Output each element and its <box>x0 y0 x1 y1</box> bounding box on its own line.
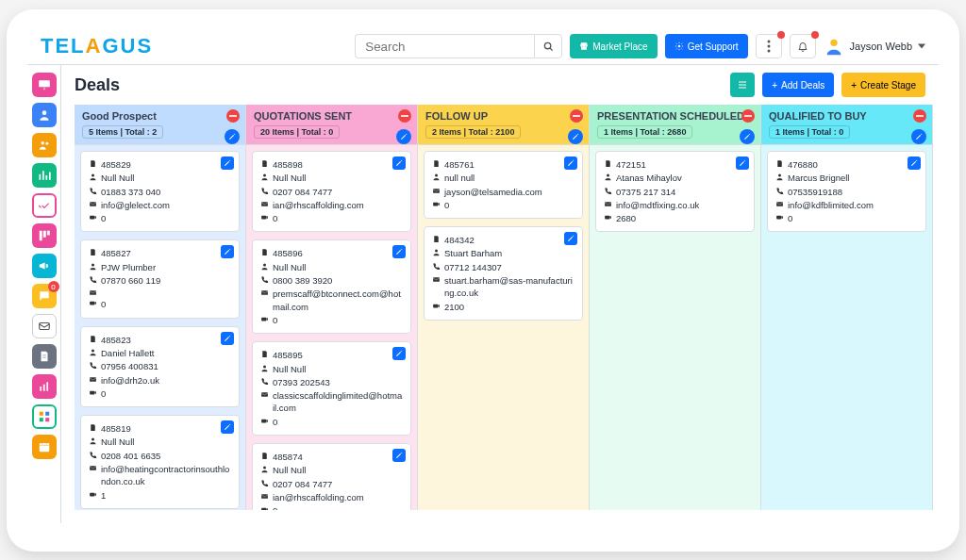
card-id: 484342 <box>444 234 475 246</box>
phone-icon <box>604 187 612 195</box>
edit-card-button[interactable] <box>221 156 234 170</box>
file-icon <box>260 350 269 358</box>
edit-card-button[interactable] <box>221 245 234 258</box>
sidebar-item-13[interactable] <box>32 435 57 459</box>
deal-card[interactable]: 485829Null Null01883 373 040info@glelect… <box>80 151 240 232</box>
delete-column-button[interactable] <box>226 109 240 123</box>
email-icon <box>89 288 97 297</box>
delete-column-button[interactable] <box>741 109 755 123</box>
search-button[interactable] <box>534 34 562 58</box>
create-stage-button[interactable]: +Create Stage <box>841 73 925 97</box>
sidebar-item-deals[interactable] <box>32 193 57 218</box>
card-id: 485819 <box>101 422 131 435</box>
column-title: Good Prospect <box>82 110 238 122</box>
sidebar-item-10[interactable] <box>32 344 57 369</box>
phone-icon <box>89 361 97 370</box>
card-value: 0 <box>101 387 106 400</box>
person-icon <box>260 364 269 372</box>
svg-point-2 <box>677 45 680 48</box>
delete-column-button[interactable] <box>570 109 583 123</box>
add-deals-button[interactable]: +Add Deals <box>762 73 834 97</box>
sidebar-item-7[interactable] <box>32 254 57 278</box>
users-icon <box>38 139 51 152</box>
market-place-button[interactable]: Market Place <box>570 34 657 58</box>
edit-card-button[interactable] <box>564 232 577 245</box>
deal-card[interactable]: 485898Null Null0207 084 7477ian@rhscaffo… <box>252 151 411 232</box>
email-icon <box>89 464 97 472</box>
edit-column-button[interactable] <box>225 129 240 144</box>
get-support-button[interactable]: Get Support <box>665 34 748 58</box>
deal-card[interactable]: 484342Stuart Barham07712 144307stuart.ba… <box>424 226 583 321</box>
edit-column-button[interactable] <box>396 129 411 144</box>
svg-rect-71 <box>776 216 781 220</box>
deal-card[interactable]: 485827PJW Plumber07870 660 1190 <box>80 239 240 318</box>
edit-column-button[interactable] <box>740 129 755 144</box>
sidebar-item-9[interactable] <box>32 314 57 338</box>
card-person: null null <box>444 172 475 184</box>
deal-card[interactable]: 485823Daniel Hallett07956 400831info@drh… <box>80 326 240 407</box>
edit-card-button[interactable] <box>392 245 406 258</box>
search-input[interactable] <box>355 34 534 58</box>
deal-card[interactable]: 485895Null Null07393 202543classicscaffo… <box>252 341 411 436</box>
deal-card[interactable]: 485874Null Null0207 084 7477ian@rhscaffo… <box>252 443 411 510</box>
edit-card-button[interactable] <box>392 449 406 462</box>
camera-icon <box>260 417 269 425</box>
deal-card[interactable]: 472151Atanas Mihaylov07375 217 314info@m… <box>595 151 755 232</box>
more-button[interactable] <box>756 34 782 58</box>
edit-card-button[interactable] <box>564 156 577 170</box>
card-email: info@drh2o.uk <box>101 374 159 387</box>
email-icon <box>89 375 97 384</box>
deal-card[interactable]: 476880Marcus Brignell07535919188info@kdf… <box>767 151 926 232</box>
user-menu[interactable]: Jayson Webb <box>824 36 925 57</box>
sidebar-item-2[interactable] <box>32 103 57 127</box>
svg-rect-19 <box>45 412 49 416</box>
sidebar-item-1[interactable] <box>32 73 57 97</box>
file-icon <box>604 159 612 168</box>
card-phone: 0800 389 3920 <box>273 274 332 287</box>
svg-rect-66 <box>605 202 611 206</box>
notifications-button[interactable] <box>790 34 816 58</box>
edit-card-button[interactable] <box>221 332 234 345</box>
card-person: Null Null <box>101 436 134 448</box>
column-head: FOLLOW UP 2 Items | Total : 2100 <box>418 105 589 145</box>
person-icon <box>89 262 97 271</box>
sidebar-item-3[interactable] <box>32 133 57 157</box>
edit-card-button[interactable] <box>392 347 406 360</box>
edit-card-button[interactable] <box>392 156 406 170</box>
page-title: Deals <box>75 75 120 95</box>
deal-card[interactable]: 485761null nulljayson@telsamedia.com0 <box>424 151 583 219</box>
plus-icon: + <box>772 80 777 91</box>
delete-column-button[interactable] <box>398 109 411 123</box>
edit-column-button[interactable] <box>568 129 583 144</box>
card-phone: 07393 202543 <box>273 376 330 388</box>
svg-rect-70 <box>776 202 783 206</box>
svg-rect-18 <box>39 412 42 416</box>
delete-column-button[interactable] <box>913 109 926 123</box>
sidebar-item-8[interactable]: 0 <box>32 284 57 308</box>
edit-card-button[interactable] <box>736 156 749 170</box>
person-icon <box>775 173 784 181</box>
card-id: 485761 <box>444 158 475 171</box>
edit-card-button[interactable] <box>221 420 234 434</box>
svg-rect-44 <box>261 291 268 296</box>
svg-point-8 <box>42 110 46 115</box>
sidebar-item-4[interactable] <box>32 163 57 188</box>
sidebar-item-11[interactable] <box>32 374 57 399</box>
camera-icon <box>260 505 269 510</box>
svg-rect-63 <box>433 304 438 307</box>
card-person: Null Null <box>273 172 306 184</box>
deal-card[interactable]: 485896Null Null0800 389 3920premscaff@bt… <box>252 239 411 334</box>
deal-card[interactable]: 485819Null Null0208 401 6635info@heating… <box>80 415 240 509</box>
card-email: jayson@telsamedia.com <box>444 186 542 198</box>
camera-icon <box>89 213 97 222</box>
svg-rect-15 <box>40 387 42 391</box>
svg-rect-28 <box>90 291 96 296</box>
edit-card-button[interactable] <box>908 156 921 170</box>
column-summary: 1 Items | Total : 2680 <box>597 125 692 139</box>
svg-point-0 <box>544 42 550 48</box>
edit-column-button[interactable] <box>911 129 926 144</box>
list-view-button[interactable] <box>730 73 755 97</box>
card-person: Stuart Barham <box>444 247 502 259</box>
sidebar-item-6[interactable] <box>32 223 57 248</box>
sidebar-item-12[interactable] <box>32 404 57 429</box>
